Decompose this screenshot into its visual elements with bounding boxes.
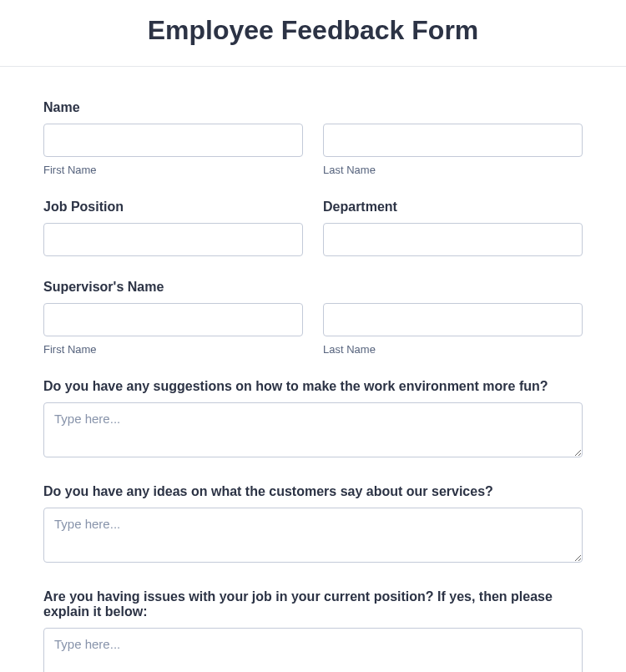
form-body: Name First Name Last Name Job Position D… [0,67,626,672]
q1-textarea[interactable] [43,402,583,457]
supervisor-label: Supervisor's Name [43,280,583,295]
job-position-col: Job Position [43,200,303,256]
name-first-col: First Name [43,124,303,176]
department-input[interactable] [323,223,583,256]
form-title: Employee Feedback Form [0,15,626,46]
name-group: Name First Name Last Name [43,100,583,176]
supervisor-first-name-sublabel: First Name [43,343,303,356]
name-row: First Name Last Name [43,124,583,176]
supervisor-first-col: First Name [43,303,303,356]
supervisor-last-name-input[interactable] [323,303,583,336]
supervisor-group: Supervisor's Name First Name Last Name [43,280,583,356]
name-label: Name [43,100,583,115]
q3-textarea[interactable] [43,628,583,672]
supervisor-last-name-sublabel: Last Name [323,343,583,356]
last-name-sublabel: Last Name [323,164,583,176]
q1-label: Do you have any suggestions on how to ma… [43,379,583,394]
job-group: Job Position Department [43,200,583,256]
department-col: Department [323,200,583,256]
first-name-sublabel: First Name [43,164,303,176]
name-last-col: Last Name [323,124,583,176]
form-header: Employee Feedback Form [0,0,626,67]
supervisor-last-col: Last Name [323,303,583,356]
q1-group: Do you have any suggestions on how to ma… [43,379,583,461]
q2-label: Do you have any ideas on what the custom… [43,484,583,499]
last-name-input[interactable] [323,124,583,157]
job-position-input[interactable] [43,223,303,256]
department-label: Department [323,200,583,215]
supervisor-row: First Name Last Name [43,303,583,356]
q3-group: Are you having issues with your job in y… [43,589,583,672]
supervisor-first-name-input[interactable] [43,303,303,336]
q2-textarea[interactable] [43,508,583,563]
first-name-input[interactable] [43,124,303,157]
q3-label: Are you having issues with your job in y… [43,589,583,619]
job-row: Job Position Department [43,200,583,256]
job-position-label: Job Position [43,200,303,215]
q2-group: Do you have any ideas on what the custom… [43,484,583,566]
